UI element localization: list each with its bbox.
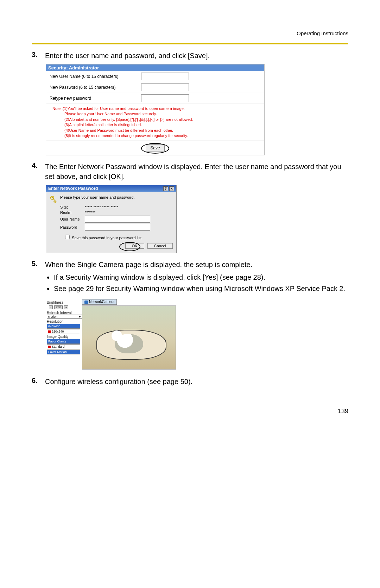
step-5: 5. When the Single Camera page is displa… — [32, 260, 348, 295]
quality-standard[interactable]: Standard — [47, 344, 80, 349]
page-header: Operating Instructions — [32, 28, 348, 36]
res-640-label: 640x480 — [48, 324, 61, 328]
new-password-input[interactable] — [141, 83, 189, 91]
realm-value: ******* — [85, 210, 95, 215]
security-note: Note :(1)You'll be asked for User name a… — [46, 104, 264, 141]
realm-label: Realm — [60, 210, 85, 215]
close-icon[interactable]: × — [169, 186, 174, 191]
note5: (5)It is strongly recommended to change … — [52, 133, 261, 138]
q-standard-label: Standard — [52, 345, 65, 348]
save-password-checkbox[interactable] — [65, 235, 70, 239]
enp-prompt: Please type your user name and password. — [60, 195, 135, 199]
enp-titlebar: Enter Network Password ? × — [46, 185, 176, 192]
dog-shape — [115, 334, 143, 353]
retype-password-input[interactable] — [141, 94, 189, 102]
security-row-username: New User Name (6 to 15 characters) — [46, 71, 264, 82]
step-number: 3. — [32, 51, 45, 61]
step-number: 5. — [32, 260, 45, 295]
camera-tab[interactable]: NetworkCamera — [82, 299, 117, 304]
password-input[interactable] — [85, 224, 150, 231]
brightness-std-button[interactable]: STD — [54, 305, 63, 309]
refresh-select[interactable]: Motion ▼ — [47, 315, 82, 319]
page-number: 139 — [32, 408, 348, 415]
dropdown-arrow-icon: ▼ — [78, 315, 81, 318]
ok-button[interactable]: OK — [125, 243, 144, 249]
note4: (4)User Name and Password must be differ… — [52, 128, 261, 133]
save-button[interactable]: Save — [146, 144, 164, 151]
quality-favor-clarity[interactable]: Favor Clarity — [47, 339, 80, 344]
note3: (3)A capital letter/small letter is dist… — [52, 122, 261, 128]
site-label: Site: — [60, 205, 85, 209]
username-label: User Name — [60, 217, 85, 221]
cancel-button[interactable]: Cancel — [147, 243, 173, 249]
security-admin-screenshot: Security: Administrator New User Name (6… — [46, 64, 265, 155]
enp-title-text: Enter Network Password — [48, 186, 98, 191]
brightness-plus-button[interactable]: + — [64, 305, 69, 309]
brightness-minus-button[interactable]: - — [49, 305, 53, 309]
security-title: Security: Administrator — [46, 64, 264, 71]
note1: (1)You'll be asked for User name and pas… — [63, 106, 185, 111]
security-row-password: New Password (6 to 15 characters) — [46, 82, 264, 93]
selected-dot-icon — [48, 346, 51, 348]
password-label: Password — [60, 225, 85, 229]
help-icon[interactable]: ? — [163, 186, 168, 191]
new-password-label: New Password (6 to 15 characters) — [50, 85, 141, 90]
username-input[interactable] — [85, 216, 150, 223]
step-4: 4. The Enter Network Password window is … — [32, 162, 348, 181]
note2: (2)Alphabet and number only. [Space],["]… — [52, 117, 261, 122]
step-text: The Enter Network Password window is dis… — [45, 162, 348, 181]
brightness-control[interactable]: - STD + — [47, 305, 80, 310]
refresh-label: Refresh Interval — [47, 311, 80, 315]
resolution-label: Resolution — [47, 320, 80, 323]
camera-sidebar: Brightness - STD + Refresh Interval Moti… — [46, 298, 81, 370]
save-password-label: Save this password in your password list — [72, 236, 141, 240]
camera-icon — [84, 301, 88, 304]
security-row-retype: Retype new password — [46, 93, 264, 104]
new-username-input[interactable] — [141, 73, 189, 80]
res-320-label: 320x240 — [52, 330, 64, 333]
step-text: When the Single Camera page is displayed… — [45, 260, 348, 270]
enter-network-password-screenshot: Enter Network Password ? × Please type y… — [46, 185, 177, 253]
note-prefix: Note : — [52, 106, 63, 111]
svg-point-1 — [52, 197, 53, 199]
refresh-value: Motion — [48, 315, 57, 318]
resolution-640x480[interactable]: 640x480 — [47, 324, 80, 329]
camera-tab-label: NetworkCamera — [89, 300, 114, 304]
step-3: 3. Enter the user name and password, and… — [32, 51, 348, 61]
step5-bullet-2: See page 29 for Security Warning window … — [54, 284, 348, 293]
header-divider — [32, 43, 348, 44]
camera-image — [82, 305, 176, 370]
q-motion-label: Favor Motion — [48, 350, 67, 354]
step-text: Configure wireless configuration (see pa… — [45, 377, 348, 386]
single-camera-screenshot: Brightness - STD + Refresh Interval Moti… — [46, 298, 176, 370]
resolution-320x240[interactable]: 320x240 — [47, 329, 80, 334]
q-clarity-label: Favor Clarity — [48, 340, 66, 343]
retype-password-label: Retype new password — [50, 96, 141, 101]
quality-label: Image Quality — [47, 335, 80, 339]
step-6: 6. Configure wireless configuration (see… — [32, 377, 348, 386]
brightness-label: Brightness — [47, 301, 80, 304]
step-text: Enter the user name and password, and cl… — [45, 51, 348, 61]
site-value: ***** ***** ***** ***** — [85, 205, 118, 209]
new-username-label: New User Name (6 to 15 characters) — [50, 74, 141, 79]
step-number: 4. — [32, 162, 45, 181]
quality-favor-motion[interactable]: Favor Motion — [47, 349, 80, 354]
security-save-row: Save — [46, 141, 264, 155]
selected-dot-icon — [48, 330, 51, 333]
step5-bullet-1: If a Security Warning window is displaye… — [54, 272, 348, 282]
note1b: Please keep your User Name and Password … — [52, 111, 261, 117]
key-icon — [50, 195, 57, 203]
step-number: 6. — [32, 377, 45, 386]
